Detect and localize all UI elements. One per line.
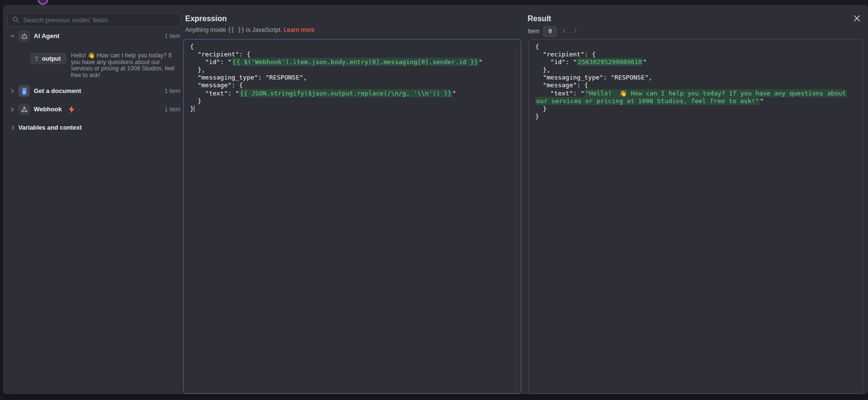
code-line: }: [535, 113, 857, 120]
sidebar-item-get-a-document[interactable]: Get a document 1 item: [3, 85, 184, 97]
previous-item-icon[interactable]: [561, 28, 568, 35]
sidebar-item-webhook[interactable]: Webhook 1 item: [3, 104, 184, 115]
item-label: Item: [528, 28, 539, 35]
node-item-count: 1 item: [164, 106, 180, 113]
result-code[interactable]: { "recipient": { "id": "2563029529988961…: [529, 39, 863, 394]
code-line: },: [190, 66, 515, 74]
chevron-right-icon[interactable]: [10, 125, 16, 131]
code-line: "message": {: [535, 81, 857, 89]
code-line: {: [535, 43, 857, 51]
close-icon[interactable]: [853, 14, 861, 23]
section-label: Variables and context: [18, 124, 82, 131]
text-type-icon: T: [35, 55, 39, 63]
expression-code[interactable]: { "recipient": { "id": "{{ $('Webhook').…: [183, 39, 521, 394]
search-field-wrap: [7, 13, 181, 27]
node-item-count: 1 item: [164, 88, 180, 94]
chevron-down-icon[interactable]: [10, 33, 15, 39]
expression-panel-title: Expression: [185, 14, 227, 23]
node-name: AI Agent: [34, 32, 59, 40]
sidebar-item-variables-and-context[interactable]: Variables and context: [3, 123, 184, 133]
code-line: },: [535, 66, 857, 74]
search-input[interactable]: [7, 13, 181, 27]
code-line: "messaging_type": "RESPONSE",: [190, 74, 515, 81]
code-line: }: [190, 105, 515, 113]
canvas-node-peek: [38, 0, 48, 5]
code-line: {: [190, 43, 515, 51]
robot-icon: [18, 30, 30, 42]
sidebar-item-ai-agent[interactable]: AI Agent 1 item: [3, 30, 184, 42]
webhook-icon: [18, 104, 30, 115]
node-item-count: 1 item: [164, 33, 180, 40]
code-line: "message": {: [190, 81, 515, 89]
subtitle-suffix: is JavaScript.: [244, 27, 284, 33]
code-line: "recipient": {: [535, 51, 857, 58]
field-chip-output[interactable]: T output: [30, 53, 67, 64]
code-line: "messaging_type": "RESPONSE",: [535, 74, 857, 81]
trigger-bolt-icon: [68, 106, 75, 113]
document-icon: [18, 85, 30, 97]
node-name: Webhook: [34, 106, 62, 113]
code-line: }: [535, 105, 857, 113]
item-index-input[interactable]: 0: [543, 27, 556, 37]
expression-editor-modal: AI Agent 1 item T output Hello! 👋 How ca…: [3, 5, 868, 394]
next-item-icon[interactable]: [572, 28, 579, 35]
code-line: "id": "25630295299889610": [535, 58, 857, 66]
expression-subtitle: Anything inside {{ }} is JavaScript. Lea…: [185, 27, 314, 33]
chevron-right-icon[interactable]: [10, 107, 15, 112]
code-line: "id": "{{ $('Webhook').item.json.body.en…: [190, 58, 515, 66]
result-panel-title: Result: [528, 14, 551, 23]
code-line: }: [190, 97, 515, 105]
text-cursor: [194, 106, 195, 112]
code-line: our services or pricing at 1008 Studios,…: [535, 97, 857, 105]
code-line: "text": ""Hello! 👋 How can I help you to…: [535, 90, 857, 97]
result-item-pager: Item 0: [528, 26, 579, 37]
node-name: Get a document: [34, 87, 81, 94]
search-icon: [12, 16, 19, 23]
field-value-preview: Hello! 👋 How can I help you today? If yo…: [71, 53, 178, 79]
code-line: "recipient": {: [190, 51, 515, 58]
code-line: "text": "{{ JSON.stringify($json.output.…: [190, 90, 515, 97]
field-chip-label: output: [42, 55, 61, 62]
chevron-right-icon[interactable]: [10, 88, 15, 94]
subtitle-prefix: Anything inside: [185, 27, 228, 33]
subtitle-code-sample: {{ }}: [228, 27, 244, 33]
sidebar: AI Agent 1 item T output Hello! 👋 How ca…: [3, 5, 184, 394]
learn-more-link[interactable]: Learn more: [284, 27, 314, 33]
